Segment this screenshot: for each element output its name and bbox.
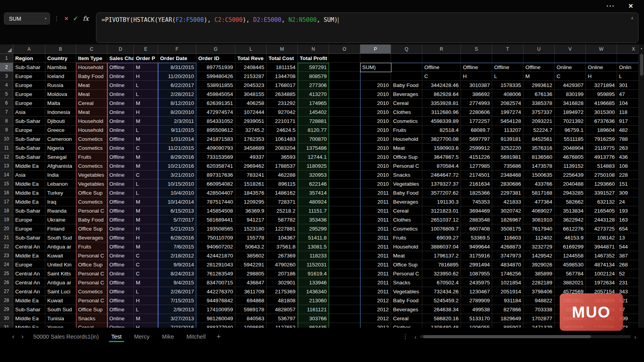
cell-O24[interactable] [329,260,360,269]
sheet-tab-mike[interactable]: Mike [156,330,180,343]
cell-V23[interactable]: 1244558 [555,251,586,260]
cell-D29[interactable]: Offline [107,305,134,314]
cell-C13[interactable]: Cosmetics [76,161,107,170]
cell-U28[interactable]: 948822 [523,296,555,305]
cell-A6[interactable]: Europe [13,99,45,108]
cell-V21[interactable]: 46153.9 [555,233,586,242]
cell-O23[interactable] [329,251,360,260]
cell-T31[interactable]: 885907 [492,323,523,328]
cell-P8[interactable]: 2010 [360,117,391,126]
row-header-12[interactable]: 12 [0,153,13,161]
cell-S3[interactable]: H [461,72,492,81]
cell-S15[interactable]: 2161634 [461,179,492,188]
cell-O1[interactable] [329,54,360,63]
cell-Q13[interactable]: Personal C [391,161,422,170]
cell-W20[interactable]: 4273725 [586,224,617,233]
cell-O10[interactable] [329,135,360,144]
cell-S30[interactable]: 5133170 [461,314,492,323]
hscroll-track[interactable] [420,335,631,338]
cell-N7[interactable]: 145402 [298,108,329,117]
cell-R20[interactable]: 10076809.7 [422,224,461,233]
cell-F21[interactable]: 6/28/2016 [158,233,196,242]
cell-C20[interactable]: Office Sup [76,224,107,233]
cell-V24[interactable]: 4598530 [555,260,586,269]
hscroll-left-icon[interactable]: ‹ [415,334,416,340]
cell-T4[interactable]: 1578335 [492,81,523,90]
cell-C3[interactable]: Baby Food [76,72,107,81]
row-header-10[interactable]: 10 [0,135,13,144]
cell-B25[interactable]: Saint Kitts [45,269,76,278]
cell-M1[interactable]: Total Cost [267,54,298,63]
cell-T15[interactable]: 2830686 [492,179,523,188]
cell-B23[interactable]: Kuwait [45,251,76,260]
cell-E20[interactable]: H [134,224,158,233]
cell-V18[interactable]: 3513834 [555,206,586,215]
cell-S31[interactable]: 1006055 [461,323,492,328]
cell-T6[interactable]: 2082574 [492,99,523,108]
cell-C2[interactable]: Household [76,63,107,72]
cancel-formula-button[interactable]: × [64,15,68,22]
cell-O20[interactable] [329,224,360,233]
cell-A28[interactable]: Middle Ea [13,296,45,305]
cell-T10[interactable]: 9139181 [492,135,523,144]
row-header-31[interactable]: 31 [0,323,13,328]
cell-D28[interactable]: Offline [107,296,134,305]
cell-R1[interactable] [422,54,461,63]
column-header-P[interactable]: P [360,44,391,54]
cell-S20[interactable]: 6607408 [461,224,492,233]
cell-N9[interactable]: 8120.77 [298,126,329,135]
cell-D24[interactable]: Offline [107,260,134,269]
cell-S28[interactable]: 2789909 [461,296,492,305]
cell-M9[interactable]: 24624.5 [267,126,298,135]
cell-A30[interactable]: Middle Ea [13,314,45,323]
row-header-22[interactable]: 22 [0,242,13,251]
cell-B16[interactable]: Turkey [45,188,76,197]
cell-V1[interactable] [555,54,586,63]
cell-P15[interactable]: 2010 [360,179,391,188]
cell-F4[interactable]: 6/22/2017 [158,81,196,90]
cell-S4[interactable]: 3010387 [461,81,492,90]
cell-Q19[interactable]: Clothes [391,215,422,224]
cell-A14[interactable]: Asia [13,170,45,179]
cell-P31[interactable]: 2012 [360,323,391,328]
cell-C31[interactable]: Cereal [76,323,107,328]
cell-F20[interactable]: 5/21/2015 [158,224,196,233]
cell-E27[interactable]: L [134,287,158,296]
cell-T30[interactable]: 1829649 [492,314,523,323]
cell-U8[interactable]: 2093221 [523,117,555,126]
cell-P5[interactable]: 2010 [360,90,391,99]
cell-O5[interactable] [329,90,360,99]
cell-N15[interactable]: 622146 [298,179,329,188]
cell-O29[interactable] [329,305,360,314]
cell-A29[interactable]: Sub-Sahar [13,305,45,314]
add-sheet-button[interactable]: + [212,332,226,341]
cell-Q9[interactable]: Fruits [391,126,422,135]
cell-B20[interactable]: Finland [45,224,76,233]
cell-B4[interactable]: Russia [45,81,76,90]
row-header-19[interactable]: 19 [0,215,13,224]
cell-N28[interactable]: 213060 [298,296,329,305]
cell-S27[interactable]: 1230467 [461,287,492,296]
cell-R19[interactable]: 2651037.12 [422,215,461,224]
cell-T9[interactable]: 113207 [492,126,523,135]
cell-L29[interactable]: 5989178 [235,305,267,314]
cell-N10[interactable]: 700870 [298,135,329,144]
cell-R31[interactable]: 1308480.48 [422,323,461,328]
cell-F1[interactable]: Order Date [158,54,196,63]
cell-O17[interactable] [329,197,360,206]
column-header-F[interactable]: F [158,44,196,54]
cell-V20[interactable]: 6612276 [555,224,586,233]
cell-S29[interactable]: 499538 [461,305,492,314]
cell-A3[interactable]: Europe [13,72,45,81]
cell-V6[interactable]: 3416828 [555,99,586,108]
cell-P6[interactable]: 2010 [360,99,391,108]
cell-B27[interactable]: Saint Luci [45,287,76,296]
cell-U7[interactable]: 3757337 [523,108,555,117]
grid-area[interactable]: ABCDEFGLMNOPQRSTUVWX1RegionCountryItem T… [0,44,644,328]
row-header-9[interactable]: 9 [0,126,13,135]
cell-U25[interactable]: 385899 [523,269,555,278]
cell-P7[interactable]: 2010 [360,108,391,117]
cell-W14[interactable]: 2750108 [586,170,617,179]
cell-Q5[interactable]: Beverages [391,90,422,99]
cell-E9[interactable]: L [134,126,158,135]
